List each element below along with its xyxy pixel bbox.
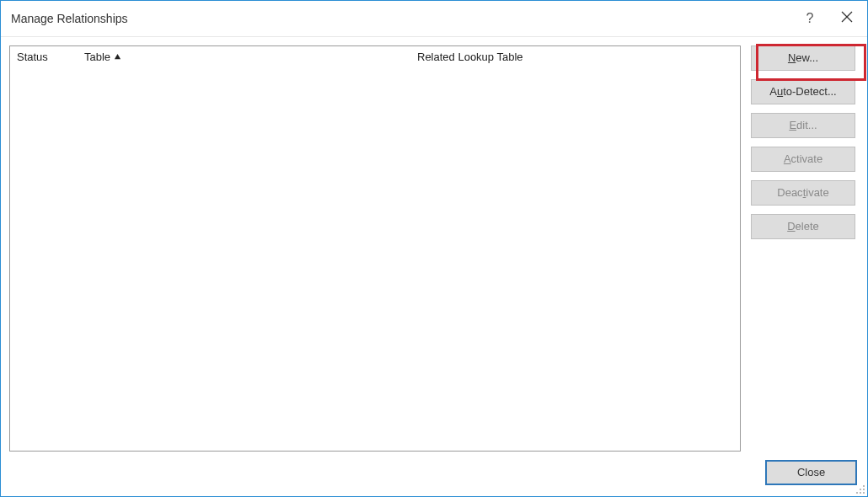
- column-header-related[interactable]: Related Lookup Table: [417, 51, 735, 63]
- svg-point-7: [860, 492, 861, 494]
- svg-point-5: [863, 489, 865, 490]
- svg-point-8: [863, 492, 865, 494]
- sort-ascending-icon: [114, 53, 121, 61]
- close-icon: [841, 11, 853, 25]
- close-icon-button[interactable]: [827, 1, 867, 36]
- new-button[interactable]: New...: [751, 45, 855, 71]
- help-button[interactable]: ?: [793, 1, 827, 36]
- column-header-table-label: Table: [84, 51, 110, 63]
- manage-relationships-dialog: Manage Relationships ? Status Table: [0, 0, 868, 497]
- edit-button[interactable]: Edit...: [751, 113, 855, 138]
- table-header-row: Status Table Related Lookup Table: [10, 46, 740, 67]
- column-header-status[interactable]: Status: [15, 51, 84, 63]
- svg-point-4: [860, 489, 861, 490]
- svg-point-3: [863, 485, 865, 487]
- relationships-table: Status Table Related Lookup Table: [9, 45, 741, 452]
- deactivate-button[interactable]: Deactivate: [751, 180, 855, 206]
- activate-button[interactable]: Activate: [751, 147, 855, 172]
- titlebar-controls: ?: [793, 1, 867, 36]
- svg-point-6: [856, 492, 858, 494]
- footer: Close: [1, 460, 867, 496]
- resize-grip-icon: [855, 484, 865, 494]
- help-icon: ?: [806, 11, 814, 26]
- dialog-title: Manage Relationships: [11, 12, 793, 25]
- titlebar: Manage Relationships ?: [1, 1, 867, 37]
- column-header-table[interactable]: Table: [84, 51, 417, 63]
- delete-button[interactable]: Delete: [751, 214, 855, 239]
- svg-marker-2: [115, 54, 121, 59]
- content-area: Status Table Related Lookup Table New...…: [1, 37, 867, 460]
- button-column: New... Auto-Detect... Edit... Activate D…: [747, 45, 859, 452]
- close-button[interactable]: Close: [765, 460, 857, 485]
- auto-detect-button[interactable]: Auto-Detect...: [751, 79, 855, 104]
